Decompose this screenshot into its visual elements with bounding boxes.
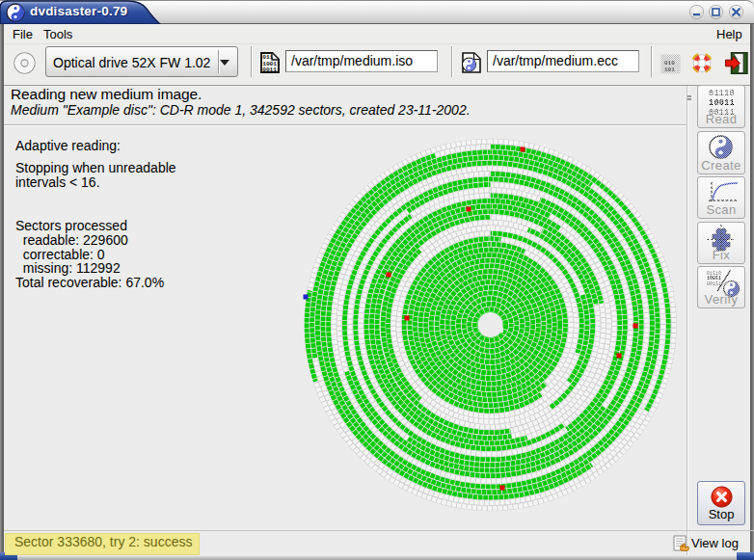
svg-text:01110: 01110	[709, 89, 735, 98]
svg-text:10011: 10011	[709, 98, 735, 108]
svg-text:00111: 00111	[707, 281, 721, 287]
